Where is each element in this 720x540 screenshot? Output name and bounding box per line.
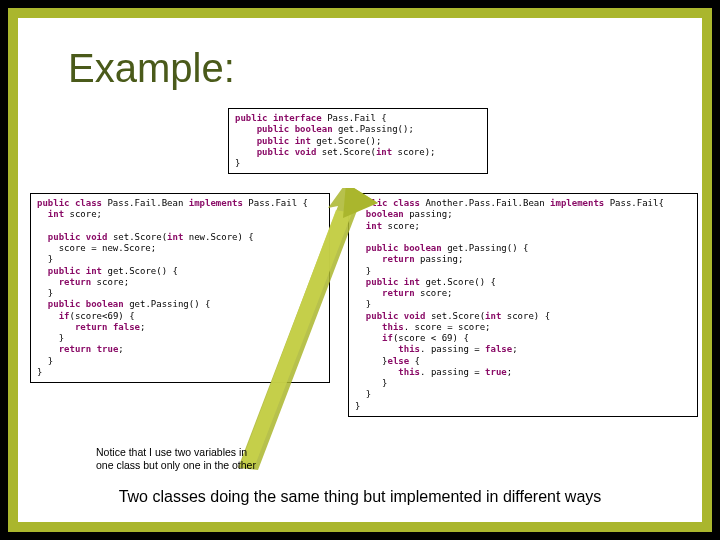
slide: Example: public interface Pass.Fail { pu… xyxy=(8,8,712,532)
bottom-caption: Two classes doing the same thing but imp… xyxy=(18,488,702,506)
slide-title: Example: xyxy=(68,46,235,91)
code-left-class: public class Pass.Fail.Bean implements P… xyxy=(30,193,330,383)
code-right-class: public class Another.Pass.Fail.Bean impl… xyxy=(348,193,698,417)
code-interface: public interface Pass.Fail { public bool… xyxy=(228,108,488,174)
variables-note: Notice that I use two variables in one c… xyxy=(96,446,266,471)
